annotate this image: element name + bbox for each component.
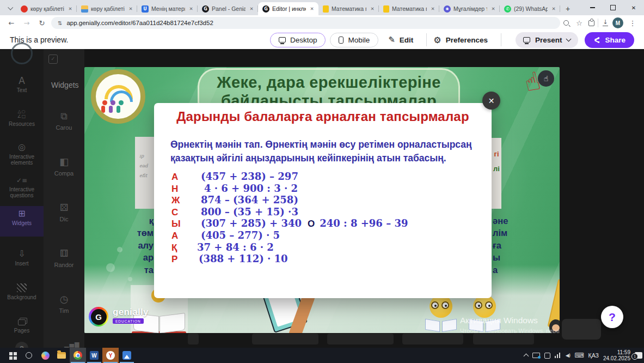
text-fragment: төм — [122, 227, 154, 239]
profile-avatar[interactable]: M — [612, 17, 623, 28]
close-icon[interactable]: ✕ — [482, 92, 500, 110]
sidebar-item-insert[interactable]: Insert — [0, 246, 44, 267]
language-indicator[interactable]: ҚАЗ — [588, 352, 599, 359]
search-icon — [26, 352, 32, 359]
slide-title-line1: Жеке, дара ерекшеліктеріне — [199, 74, 458, 92]
tab-close-icon[interactable] — [188, 5, 194, 12]
widget-item-dice[interactable]: Dic — [44, 202, 84, 222]
sidebar-item-interactive-questions[interactable]: Interactive questions — [0, 172, 44, 198]
tab-close-icon[interactable] — [550, 5, 557, 12]
tab-close-icon[interactable] — [430, 5, 436, 12]
widget-item-compare[interactable]: Compa — [44, 156, 84, 177]
display-tray-icon[interactable] — [532, 353, 540, 358]
present-button[interactable]: Present — [516, 32, 579, 48]
browser-tab[interactable]: (29) WhatsApp — [500, 2, 560, 15]
task-row: Ж 874 – (364 + 258) — [171, 194, 408, 206]
widget-item-timer[interactable]: Tim — [44, 293, 84, 314]
tab-close-icon[interactable] — [309, 5, 315, 12]
editor-bottom-button[interactable] — [473, 334, 534, 344]
tab-search-chevron-icon[interactable] — [3, 1, 16, 14]
tab-close-icon[interactable] — [127, 5, 134, 12]
edit-button[interactable]: Edit — [388, 35, 413, 45]
zoom-page-icon[interactable] — [563, 20, 569, 26]
editor-bottom-button[interactable] — [188, 334, 199, 344]
widget-item-carousel[interactable]: Carou — [44, 110, 84, 131]
browser-menu-icon[interactable]: ⋮ — [627, 17, 639, 29]
stripes-icon — [17, 283, 27, 292]
copilot-button[interactable] — [37, 348, 53, 363]
tab-close-icon[interactable] — [369, 5, 376, 12]
back-icon[interactable]: ← — [5, 17, 17, 29]
sidebar-item-widgets[interactable]: Widgets — [0, 206, 44, 237]
sidebar-item-background[interactable]: Background — [0, 281, 44, 300]
window-maximize-button[interactable] — [603, 0, 623, 15]
sidebar-item-text[interactable]: Text — [0, 73, 44, 93]
site-info-icon[interactable]: ⇅ — [58, 20, 62, 26]
forward-icon[interactable]: → — [21, 17, 33, 29]
window-minimize-button[interactable] — [582, 0, 603, 15]
tab-close-icon[interactable] — [67, 5, 73, 12]
text-fragment: ар — [122, 251, 154, 263]
browser-tab[interactable]: Panel - Genially — [198, 2, 258, 15]
mobile-view-button[interactable]: Mobile — [330, 33, 378, 47]
timer-icon — [44, 293, 84, 307]
speaker-icon[interactable] — [566, 353, 570, 358]
photos-taskbar-button[interactable] — [119, 348, 135, 363]
touch-indicator-icon[interactable]: ☝ — [538, 70, 554, 87]
browser-tab[interactable]: көру қабілеті төмен — [77, 2, 137, 15]
browser-tab[interactable]: Менің материалдар — [137, 2, 198, 15]
yandex-taskbar-button[interactable]: Y — [102, 348, 119, 363]
browser-tab[interactable]: Математика пані "Д — [318, 2, 379, 15]
tray-expand-icon[interactable] — [523, 354, 529, 359]
notifications-icon[interactable] — [635, 352, 642, 359]
browser-tab-active[interactable]: Editor | инклюзия — [258, 2, 318, 15]
browser-tab[interactable]: Математика пані "Д — [379, 2, 439, 15]
task-row: Ы (307 + 285) + 340 О 240 : 8 +96 – 39 — [171, 217, 408, 229]
window-close-button[interactable] — [623, 0, 644, 15]
app-tray-icon[interactable] — [544, 353, 550, 359]
sidebar-item-pages[interactable]: Pages — [0, 315, 44, 334]
file-explorer-button[interactable] — [53, 348, 70, 363]
window-controls — [582, 0, 644, 15]
editor-bottom-button[interactable] — [252, 334, 318, 344]
desktop-view-button[interactable]: Desktop — [270, 33, 326, 47]
emoji-face — [473, 295, 496, 318]
genially-logo-icon — [11, 43, 33, 64]
stacked-pages-icon — [18, 319, 26, 325]
clock[interactable]: 11:59 24.02.2025 — [603, 349, 630, 361]
tab-close-icon[interactable] — [248, 5, 255, 12]
search-button[interactable] — [21, 348, 37, 363]
editor-bottom-button[interactable] — [327, 334, 394, 344]
new-tab-button[interactable] — [561, 2, 574, 15]
checkbox-icon[interactable]: ✓ — [48, 55, 58, 64]
reload-icon[interactable]: ↻ — [36, 17, 48, 29]
widget-item-random[interactable]: Randor — [44, 247, 84, 268]
rainbow-icon — [105, 85, 133, 99]
tab-close-icon[interactable] — [490, 5, 496, 12]
pencil-icon — [388, 35, 395, 45]
share-button[interactable]: Share — [585, 32, 634, 48]
preferences-button[interactable]: Preferences — [433, 35, 488, 45]
editor-bottom-button[interactable] — [402, 334, 463, 344]
chrome-taskbar-button[interactable] — [70, 348, 86, 363]
watermark-subtitle: Чтобы активировать Windows, перейдите в … — [460, 328, 560, 333]
u-favicon — [142, 5, 149, 13]
downloads-icon[interactable] — [602, 20, 609, 26]
start-button[interactable] — [4, 348, 21, 363]
help-button[interactable]: ? — [601, 306, 623, 328]
sidebar-item-label: Text — [17, 87, 27, 93]
extensions-icon[interactable] — [588, 20, 594, 26]
browser-tab[interactable]: көру қабілеті төмен — [16, 2, 77, 15]
bookmark-star-icon[interactable]: ☆ — [573, 17, 585, 29]
browser-tab[interactable]: Мұғалімдер тренин — [439, 2, 500, 15]
url-omnibox[interactable]: ⇅ app.genially.com/editor/67aa011d24b817… — [51, 17, 560, 29]
word-taskbar-button[interactable]: W — [86, 348, 102, 363]
keyboard-icon[interactable] — [574, 352, 584, 359]
tasks-modal: ✕ Дарынды балаларға арналған тапсырмалар… — [154, 103, 492, 298]
text-icon — [0, 75, 44, 87]
sidebar-item-interactive-elements[interactable]: Interactive elements — [0, 140, 44, 166]
network-signal-icon[interactable] — [555, 353, 561, 358]
figure-icon — [102, 100, 107, 105]
sidebar-item-resources[interactable]: Resources — [0, 107, 44, 127]
chrome-icon — [73, 351, 82, 360]
